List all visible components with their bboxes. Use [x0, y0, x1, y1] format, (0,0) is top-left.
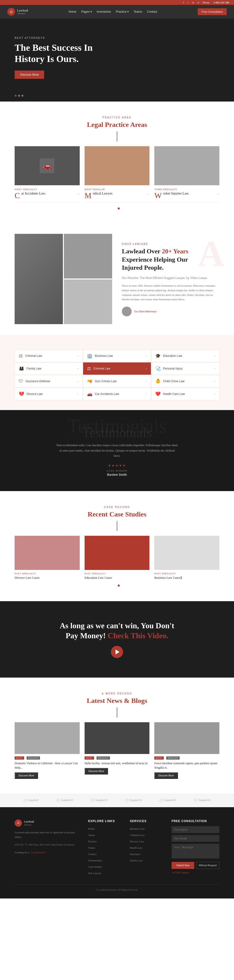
- case-dot-1[interactable]: [114, 585, 116, 587]
- footer-service-criminal[interactable]: Criminal Law: [130, 834, 145, 837]
- footer-link-teams[interactable]: Teams: [88, 846, 95, 849]
- nav-practice[interactable]: Practice ▾: [116, 10, 129, 13]
- play-button[interactable]: [111, 646, 123, 658]
- social-facebook[interactable]: f: [183, 1, 184, 4]
- law-item-criminal[interactable]: ⚖ Criminal Law +: [14, 350, 83, 362]
- practice-img-2: [85, 146, 150, 185]
- video-title: As long as we can't win, You Don'tPay Mo…: [14, 621, 220, 641]
- practice-card-2[interactable]: Most Popular M edical Lawyer. →: [85, 146, 150, 203]
- education-icon: 🎓: [155, 353, 161, 359]
- law-item-insurance[interactable]: 🛡 Insurance Defense +: [14, 375, 83, 388]
- footer-link-home[interactable]: Home: [88, 827, 95, 830]
- law-item-business[interactable]: 🏢 Business Law +: [83, 350, 151, 362]
- law-item-personal[interactable]: 🩺 Personal Injury +: [151, 362, 220, 375]
- footer-service-family[interactable]: Family Law: [130, 859, 143, 862]
- case-card-img-3: [154, 536, 220, 570]
- partner-icon-1: ✦: [24, 799, 27, 802]
- hero-dot-1[interactable]: [14, 95, 17, 97]
- news-btn-2[interactable]: Discover More: [85, 768, 108, 775]
- practice-arrow-1: →: [77, 192, 80, 196]
- partner-5: ✦ SupplierXX: [159, 799, 176, 802]
- law-name-criminal: Criminal Law: [25, 354, 42, 358]
- law-item-gun[interactable]: 🔫 Gun Crimes Law +: [83, 375, 151, 388]
- practice-card-3[interactable]: Third Specialty W orker Injuries Law. →: [154, 146, 220, 203]
- footer-form-buttons: Submit Now Without Request: [172, 862, 220, 869]
- footer-submit-button[interactable]: Submit Now: [172, 862, 194, 869]
- law-item-family[interactable]: 👨‍👩‍👧 Family Law +: [14, 362, 83, 375]
- partner-icon-2: ✦: [56, 799, 60, 802]
- hero-cta-button[interactable]: Discover More: [14, 70, 44, 79]
- footer-email-input[interactable]: [172, 835, 220, 842]
- news-tag-2a: MOST: [85, 756, 94, 760]
- news-card-3[interactable]: MOST BRAKING Fusce tincidunt commodo sap…: [154, 722, 220, 779]
- law-item-car[interactable]: 🚗 Car Accidents Law +: [83, 388, 151, 400]
- footer-link-contact[interactable]: Contact: [88, 853, 96, 856]
- practice-card-1[interactable]: 🚗 First Specialty C ar Accidents Law. →: [14, 146, 80, 203]
- footer-service-insurance[interactable]: Insurance: [130, 853, 141, 856]
- law-item-divorce[interactable]: 💔 Divorce Law +: [14, 388, 83, 400]
- footer-bottom: © Lawlead Attorneys. All Rights Reserved…: [14, 884, 220, 891]
- news-btn-1[interactable]: Discover More: [14, 772, 38, 779]
- social-linkedin[interactable]: li: [198, 1, 199, 4]
- social-twitter[interactable]: t: [188, 1, 188, 4]
- news-card-2[interactable]: MOST BRAKING Nulla facilisi. Aenean nisl…: [85, 722, 150, 779]
- case-card-3[interactable]: Past Specialty Business Law Cases⟫: [154, 536, 220, 580]
- case-card-img-1: [14, 536, 80, 570]
- footer-link-our-lawyer[interactable]: Our Lawyer: [88, 872, 101, 875]
- logo-text: Lawlead Attorneys: [17, 8, 28, 15]
- news-tag-3b: BRAKING: [166, 756, 180, 760]
- gun-icon: 🔫: [87, 379, 92, 384]
- law-arrow-criminal-active: +: [145, 368, 147, 370]
- footer-service-divorce[interactable]: Divorce Law: [130, 840, 144, 843]
- nav-pages[interactable]: Pages ▾: [81, 10, 92, 13]
- footer-grid: ⚖ Lawlead Attorney Lawlead nulla pariatu…: [14, 819, 220, 877]
- law-item-criminal-active[interactable]: ⚖ Criminal Law +: [83, 362, 151, 375]
- case-card-1[interactable]: Past Specialty Divorce Law Cases: [14, 536, 80, 580]
- hero-section: BEST ATTORNEYS The Best Success InHistor…: [0, 19, 234, 102]
- footer-link-case-studies[interactable]: Case Studies: [88, 865, 102, 868]
- law-arrow-child: +: [214, 380, 215, 383]
- nav-contact[interactable]: Contact: [147, 10, 157, 13]
- hero-dot-3[interactable]: [21, 95, 24, 97]
- footer-message-input[interactable]: [172, 844, 220, 858]
- nav-teams[interactable]: Teams: [134, 10, 142, 13]
- footer-explore-heading: Explore Links: [88, 819, 120, 823]
- partner-1: ✦ SupplierX: [24, 799, 39, 802]
- about-section: A SINCE LAWLEAD Lawlead Over 20+ YearsEx…: [0, 224, 234, 335]
- footer-link-testimonials[interactable]: Testimonials: [88, 859, 102, 862]
- news-title-3: Fusce tincidunt commodo sapien, quis par…: [154, 761, 220, 770]
- case-dot-2[interactable]: [118, 585, 120, 587]
- insurance-icon: 🛡: [19, 379, 23, 384]
- our-best-attorneys-link[interactable]: Our Best Attorneys: [134, 310, 157, 313]
- news-btn-3[interactable]: Discover More: [154, 772, 178, 779]
- law-arrow-insurance: +: [77, 380, 79, 383]
- footer-link-about[interactable]: About: [88, 834, 95, 837]
- free-consultation-button[interactable]: Free Consultation: [198, 8, 227, 15]
- footer-name-input[interactable]: [172, 826, 220, 833]
- nav-home[interactable]: Home: [68, 10, 76, 13]
- practice-dot-2[interactable]: [118, 207, 120, 209]
- footer-logo-text: Lawlead Attorney: [24, 820, 34, 826]
- footer-consultation-link[interactable]: Consultation?: [31, 851, 46, 854]
- hero-dot-2[interactable]: [18, 95, 20, 97]
- about-img-main: [14, 234, 63, 324]
- news-tag-1b: BRAKING: [27, 756, 40, 760]
- footer-service-health[interactable]: Health Law: [130, 846, 142, 849]
- law-item-education[interactable]: 🎓 Education Law +: [151, 350, 220, 362]
- law-item-health[interactable]: ❤️ Health Care Law +: [151, 388, 220, 400]
- social-instagram[interactable]: in: [192, 1, 194, 4]
- nav-inventories[interactable]: Inventories: [97, 10, 111, 13]
- nav-logo[interactable]: ⚖ Lawlead Attorneys: [7, 8, 28, 16]
- case-card-2[interactable]: Past Specialty Education Law Cases: [85, 536, 150, 580]
- practice-img-3: [154, 146, 220, 185]
- footer-request-button[interactable]: Without Request: [196, 862, 220, 869]
- footer-service-business[interactable]: Business Law: [130, 827, 145, 830]
- news-card-1[interactable]: MOST BRAKING Domestic Violence in Califo…: [14, 722, 80, 779]
- law-item-child[interactable]: 👶 Child Crime Law +: [151, 375, 220, 388]
- about-img-3: [64, 280, 112, 324]
- practice-dot-1[interactable]: [114, 207, 116, 209]
- about-lawyer[interactable]: Our Best Attorneys: [122, 307, 220, 317]
- case-card-img-2: [85, 536, 150, 570]
- footer-link-practice[interactable]: Practice: [88, 840, 97, 843]
- news-tag-1a: MOST: [14, 756, 24, 760]
